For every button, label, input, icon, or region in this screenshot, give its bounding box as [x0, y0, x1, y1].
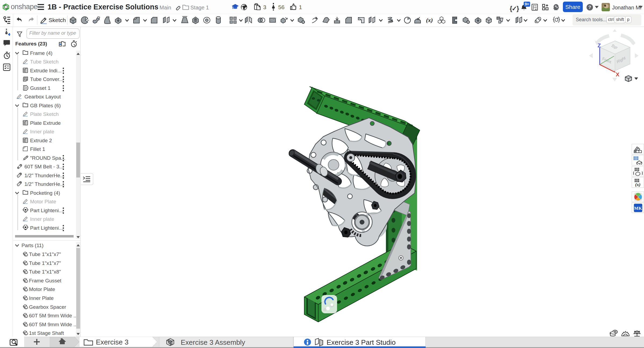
svg-text:Z: Z	[598, 42, 601, 48]
svg-text:(x): (x)	[635, 182, 641, 187]
svg-text:X: X	[616, 72, 620, 77]
svg-text:MK: MK	[634, 206, 642, 211]
svg-text:?: ?	[588, 5, 591, 10]
